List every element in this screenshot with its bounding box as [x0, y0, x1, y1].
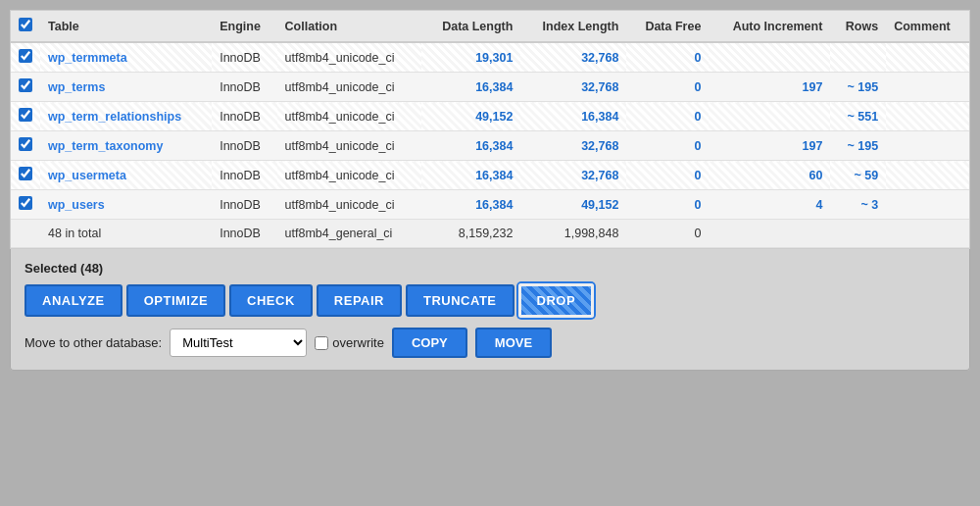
table-link[interactable]: wp_users [48, 198, 105, 212]
row-checkbox[interactable] [19, 108, 32, 122]
table-row: wp_term_taxonomy InnoDB utf8mb4_unicode_… [11, 131, 969, 161]
table-row: wp_term_relationships InnoDB utf8mb4_uni… [11, 102, 969, 131]
row-checkbox[interactable] [19, 49, 32, 63]
table-row: wp_termmeta InnoDB utf8mb4_unicode_ci 19… [11, 42, 969, 73]
row-autoincrement [709, 102, 830, 131]
database-select[interactable]: MultiTest [170, 329, 307, 357]
row-rows: ~ 551 [830, 102, 886, 131]
row-table-name[interactable]: wp_usermeta [40, 161, 212, 190]
row-comment [886, 73, 969, 102]
table-link[interactable]: wp_termmeta [48, 51, 127, 65]
row-datafree: 0 [626, 73, 709, 102]
row-engine: InnoDB [212, 102, 276, 131]
total-datalength: 8,159,232 [421, 220, 521, 248]
col-datalength: Data Length [421, 11, 521, 42]
move-button[interactable]: MOVE [475, 328, 552, 358]
selected-count-label: Selected (48) [24, 261, 956, 276]
row-autoincrement: 197 [709, 131, 830, 161]
action-buttons-row: ANALYZE OPTIMIZE CHECK REPAIR TRUNCATE D… [24, 283, 956, 318]
col-indexlength: Index Length [520, 11, 626, 42]
total-rows [830, 220, 886, 248]
total-autoincrement [709, 220, 830, 248]
row-checkbox[interactable] [19, 167, 32, 180]
database-table: Table Engine Collation Data Length Index… [11, 11, 969, 248]
row-datalength: 16,384 [421, 190, 521, 220]
row-datalength: 16,384 [421, 73, 521, 102]
row-autoincrement [709, 42, 830, 73]
copy-button[interactable]: COPY [392, 328, 467, 358]
row-datafree: 0 [626, 131, 709, 161]
row-indexlength: 32,768 [520, 131, 626, 161]
total-checkbox-cell [11, 220, 40, 248]
row-indexlength: 32,768 [520, 73, 626, 102]
row-checkbox[interactable] [19, 137, 32, 151]
analyze-button[interactable]: ANALYZE [24, 284, 122, 317]
row-collation: utf8mb4_unicode_ci [277, 131, 421, 161]
table-row: wp_terms InnoDB utf8mb4_unicode_ci 16,38… [11, 73, 969, 102]
row-datafree: 0 [626, 42, 709, 73]
table-link[interactable]: wp_term_relationships [48, 110, 181, 124]
overwrite-checkbox-group: overwrite [315, 335, 384, 350]
row-checkbox-cell [11, 73, 40, 102]
row-rows: ~ 195 [830, 73, 886, 102]
truncate-button[interactable]: TRUNCATE [406, 284, 514, 317]
col-datafree: Data Free [626, 11, 709, 42]
table-link[interactable]: wp_terms [48, 80, 105, 94]
total-indexlength: 1,998,848 [520, 220, 626, 248]
table-wrapper: Table Engine Collation Data Length Index… [10, 10, 970, 249]
row-indexlength: 16,384 [520, 102, 626, 131]
row-rows: ~ 59 [830, 161, 886, 190]
table-body: wp_termmeta InnoDB utf8mb4_unicode_ci 19… [11, 42, 969, 248]
row-datafree: 0 [626, 161, 709, 190]
row-autoincrement: 197 [709, 73, 830, 102]
row-comment [886, 42, 969, 73]
row-datafree: 0 [626, 102, 709, 131]
row-checkbox-cell [11, 161, 40, 190]
row-table-name[interactable]: wp_term_taxonomy [40, 131, 212, 161]
table-row: wp_usermeta InnoDB utf8mb4_unicode_ci 16… [11, 161, 969, 190]
row-comment [886, 131, 969, 161]
drop-button[interactable]: DROP [518, 283, 595, 318]
row-collation: utf8mb4_unicode_ci [277, 161, 421, 190]
row-engine: InnoDB [212, 73, 276, 102]
row-table-name[interactable]: wp_terms [40, 73, 212, 102]
col-comment: Comment [886, 11, 969, 42]
row-checkbox[interactable] [19, 78, 32, 92]
optimize-button[interactable]: OPTIMIZE [126, 284, 225, 317]
row-autoincrement: 60 [709, 161, 830, 190]
table-header-row: Table Engine Collation Data Length Index… [11, 11, 969, 42]
row-engine: InnoDB [212, 42, 276, 73]
row-checkbox-cell [11, 102, 40, 131]
repair-button[interactable]: REPAIR [317, 284, 402, 317]
row-datalength: 19,301 [421, 42, 521, 73]
row-indexlength: 49,152 [520, 190, 626, 220]
row-datalength: 49,152 [421, 102, 521, 131]
table-row: wp_users InnoDB utf8mb4_unicode_ci 16,38… [11, 190, 969, 220]
row-datalength: 16,384 [421, 131, 521, 161]
bottom-panel: Selected (48) ANALYZE OPTIMIZE CHECK REP… [10, 249, 970, 371]
table-link[interactable]: wp_term_taxonomy [48, 139, 163, 153]
row-collation: utf8mb4_unicode_ci [277, 42, 421, 73]
overwrite-checkbox[interactable] [315, 336, 328, 350]
row-comment [886, 161, 969, 190]
col-collation: Collation [277, 11, 421, 42]
row-comment [886, 190, 969, 220]
row-datalength: 16,384 [421, 161, 521, 190]
col-engine: Engine [212, 11, 276, 42]
row-checkbox[interactable] [19, 196, 32, 210]
row-table-name[interactable]: wp_termmeta [40, 42, 212, 73]
row-datafree: 0 [626, 190, 709, 220]
row-indexlength: 32,768 [520, 42, 626, 73]
move-to-label: Move to other database: [24, 335, 162, 350]
select-all-checkbox[interactable] [19, 18, 32, 31]
col-table: Table [40, 11, 212, 42]
total-collation: utf8mb4_general_ci [277, 220, 421, 248]
table-link[interactable]: wp_usermeta [48, 169, 126, 182]
check-button[interactable]: CHECK [229, 284, 313, 317]
total-datafree: 0 [626, 220, 709, 248]
row-table-name[interactable]: wp_users [40, 190, 212, 220]
row-autoincrement: 4 [709, 190, 830, 220]
row-engine: InnoDB [212, 190, 276, 220]
total-row: 48 in total InnoDB utf8mb4_general_ci 8,… [11, 220, 969, 248]
row-table-name[interactable]: wp_term_relationships [40, 102, 212, 131]
